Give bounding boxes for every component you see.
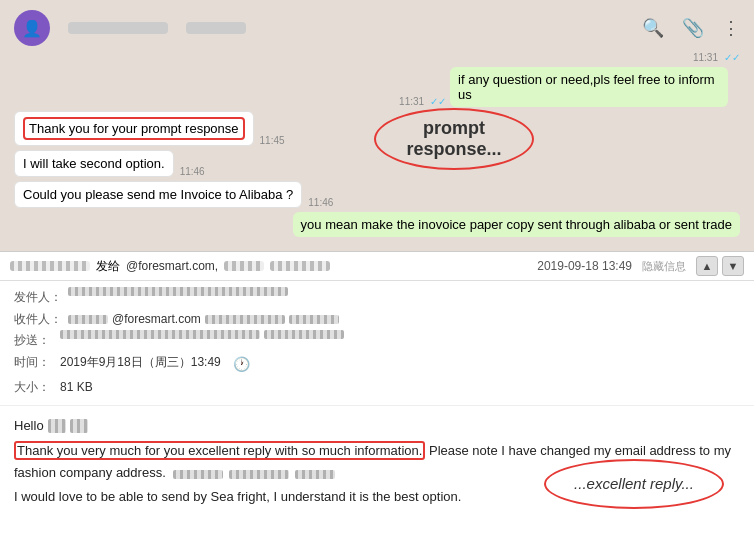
from-blur bbox=[68, 287, 288, 296]
msg-time: 11:31 bbox=[399, 96, 424, 107]
chat-bubble: I will take second option. bbox=[14, 150, 174, 177]
attachment-icon[interactable]: 📎 bbox=[682, 17, 704, 39]
body-blur bbox=[173, 470, 223, 479]
avatar: 👤 bbox=[14, 10, 50, 46]
size-label: 大小： bbox=[14, 377, 54, 399]
email-panel: 发给 @foresmart.com, 2019-09-18 13:49 隐藏信息… bbox=[0, 252, 754, 517]
email-body: Hello Thank you very much for you excell… bbox=[0, 406, 754, 518]
hide-info-button[interactable]: 隐藏信息 bbox=[642, 259, 686, 274]
msg-time: 11:45 bbox=[260, 135, 285, 146]
body-text: Thank you very much for you excellent re… bbox=[14, 440, 740, 484]
message-text: you mean make the inovoice paper copy se… bbox=[301, 217, 732, 232]
contact-name-blur2 bbox=[186, 22, 246, 34]
cc-value bbox=[60, 330, 344, 339]
email-blur bbox=[224, 261, 264, 271]
body-last-line: I would love to be able to send by Sea f… bbox=[14, 487, 740, 508]
chat-panel: 👤 🔍 📎 ⋮ 11:31 ✓✓ 11:31 ✓✓ if any questio… bbox=[0, 0, 754, 252]
to-blur3 bbox=[289, 315, 339, 324]
read-receipt: ✓✓ bbox=[430, 96, 446, 107]
email-sender-info: 发给 @foresmart.com, bbox=[10, 258, 330, 275]
msg-time: 11:31 bbox=[693, 52, 718, 63]
message-text: Thank you for your prompt response bbox=[29, 121, 239, 136]
message-text: I will take second option. bbox=[23, 156, 165, 171]
time-value: 2019年9月18日（周三）13:49 bbox=[60, 352, 221, 374]
to-value2: @foresmart.com bbox=[68, 309, 339, 331]
message-text: Could you please send me Invoice to Alib… bbox=[23, 187, 293, 202]
chat-top-bar: 👤 🔍 📎 ⋮ bbox=[14, 10, 740, 46]
email-nav-buttons[interactable]: ▲ ▼ bbox=[696, 256, 744, 276]
chat-bubble: if any question or need,pls feel free to… bbox=[450, 67, 728, 107]
message-row: I will take second option. 11:46 bbox=[14, 150, 740, 177]
hello-text: Hello bbox=[14, 416, 44, 437]
chat-action-icons[interactable]: 🔍 📎 ⋮ bbox=[642, 17, 740, 39]
email-date: 2019-09-18 13:49 bbox=[537, 259, 632, 273]
email-prev-button[interactable]: ▲ bbox=[696, 256, 718, 276]
to-label2: 收件人： bbox=[14, 309, 62, 331]
more-icon[interactable]: ⋮ bbox=[722, 17, 740, 39]
sender-blur bbox=[10, 261, 90, 271]
emoji-blur2 bbox=[70, 419, 88, 433]
message-row: Thank you for your prompt response 11:45 bbox=[14, 111, 740, 146]
body-blur3 bbox=[295, 470, 335, 479]
emoji-blur bbox=[48, 419, 66, 433]
hello-line: Hello bbox=[14, 416, 740, 437]
chat-bubble: Could you please send me Invoice to Alib… bbox=[14, 181, 302, 208]
to-blur2 bbox=[205, 315, 285, 324]
message-row: 11:31 ✓✓ if any question or need,pls fee… bbox=[14, 67, 740, 107]
message-row: you mean make the inovoice paper copy se… bbox=[14, 212, 740, 237]
search-icon[interactable]: 🔍 bbox=[642, 17, 664, 39]
email-top-bar: 发给 @foresmart.com, 2019-09-18 13:49 隐藏信息… bbox=[0, 252, 754, 281]
cc-blur2 bbox=[264, 330, 344, 339]
to-value: @foresmart.com, bbox=[126, 259, 218, 273]
chat-bubble: Thank you for your prompt response bbox=[14, 111, 254, 146]
email-blur2 bbox=[270, 261, 330, 271]
msg-time: 11:46 bbox=[180, 166, 205, 177]
message-row: Could you please send me Invoice to Alib… bbox=[14, 181, 740, 208]
contact-name-blur bbox=[68, 22, 168, 34]
time-label: 时间： bbox=[14, 352, 54, 374]
size-row: 大小： 81 KB bbox=[14, 377, 740, 399]
body-blur2 bbox=[229, 470, 289, 479]
from-row: 发件人： bbox=[14, 287, 740, 309]
size-value: 81 KB bbox=[60, 377, 93, 399]
msg-time: 11:46 bbox=[308, 197, 333, 208]
clock-icon: 🕐 bbox=[233, 352, 250, 377]
cc-label: 抄送： bbox=[14, 330, 54, 352]
body-last-text: I would love to be able to send by Sea f… bbox=[14, 489, 461, 504]
from-value bbox=[68, 287, 288, 296]
foresmart-email: @foresmart.com bbox=[112, 309, 201, 331]
read-receipt: ✓✓ bbox=[724, 52, 740, 63]
to-label: 发给 bbox=[96, 258, 120, 275]
time-row: 时间： 2019年9月18日（周三）13:49 🕐 bbox=[14, 352, 740, 377]
message-text: if any question or need,pls feel free to… bbox=[458, 72, 715, 102]
cc-blur bbox=[60, 330, 260, 339]
cc-row: 抄送： bbox=[14, 330, 740, 352]
email-next-button[interactable]: ▼ bbox=[722, 256, 744, 276]
from-label: 发件人： bbox=[14, 287, 62, 309]
highlighted-message: Thank you for your prompt response bbox=[23, 117, 245, 140]
highlighted-body: Thank you very much for you excellent re… bbox=[14, 441, 425, 460]
to-row: 收件人： @foresmart.com bbox=[14, 309, 740, 331]
email-meta: 发件人： 收件人： @foresmart.com 抄送： 时间： 2019年9月… bbox=[0, 281, 754, 406]
message-row: 11:31 ✓✓ bbox=[14, 52, 740, 63]
chat-bubble: you mean make the inovoice paper copy se… bbox=[293, 212, 740, 237]
to-blur1 bbox=[68, 315, 108, 324]
